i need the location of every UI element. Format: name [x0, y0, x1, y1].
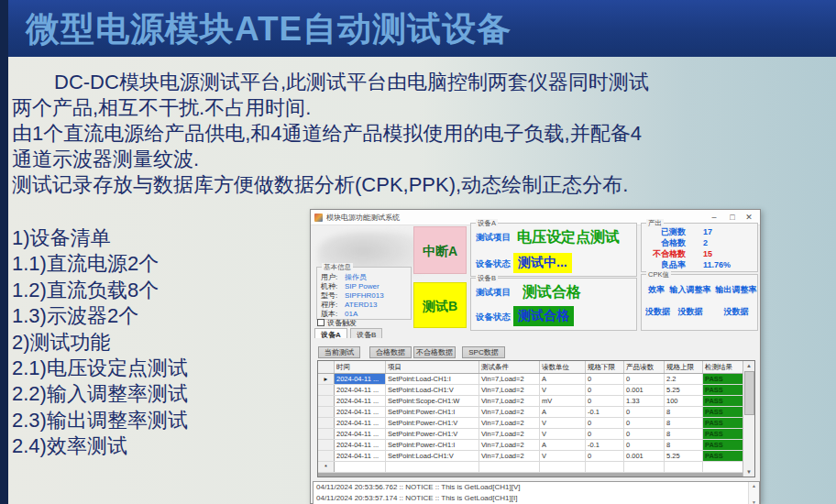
table-row[interactable]: 2024-04-11 ... SetPoint:Power-CH1:I Vin=…	[318, 407, 743, 418]
table-cell[interactable]: 0	[586, 385, 624, 395]
table-cell[interactable]: 0	[624, 407, 665, 417]
table-cell[interactable]: -0.1	[586, 440, 624, 450]
tab-device-a[interactable]: 设备A	[314, 328, 347, 338]
table-cell[interactable]: 0	[624, 374, 665, 384]
table-cell[interactable]: 2024-04-11 ...	[335, 451, 386, 461]
result-cell[interactable]: PASS	[703, 429, 743, 439]
table-cell[interactable]: 8	[665, 407, 703, 417]
table-cell[interactable]: 0	[586, 451, 624, 461]
table-cell[interactable]: Vin=7,Load=2	[479, 407, 540, 417]
table-cell[interactable]: Vin=7,Load=2	[479, 440, 540, 450]
table-cell[interactable]: Vin=7,Load=2	[479, 418, 540, 428]
table-cell[interactable]: 2024-04-11 ...	[335, 385, 386, 395]
result-cell[interactable]: PASS	[703, 374, 743, 384]
table-cell[interactable]: V	[540, 429, 586, 439]
table-row[interactable]: ▸ 2024-04-11 ... SetPoint:Load-CH1:I Vin…	[318, 374, 743, 385]
scroll-down-icon[interactable]: ▼	[743, 467, 754, 477]
table-cell[interactable]: 8	[665, 429, 703, 439]
table-cell[interactable]: SetPoint:Power-CH1:V	[386, 429, 479, 439]
current-test-button[interactable]: 当前测试	[318, 346, 360, 358]
table-cell[interactable]: SetPoint:Load-CH1:V	[386, 451, 479, 461]
table-cell[interactable]	[624, 462, 665, 472]
result-cell[interactable]: PASS	[703, 385, 743, 395]
table-cell[interactable]: -0.1	[586, 407, 624, 417]
table-cell[interactable]: Vin=7,Load=2	[479, 429, 540, 439]
table-row[interactable]: 2024-04-11 ... SetPoint:Scope-CH1:W Vin=…	[318, 396, 743, 407]
table-cell[interactable]: mV	[540, 396, 586, 406]
spinner-up-icon[interactable]: ▲	[749, 483, 759, 488]
column-header[interactable]: 测试条件	[479, 361, 540, 373]
table-cell[interactable]: Vin=7,Load=2	[479, 385, 540, 395]
column-header[interactable]: 规格下限	[586, 361, 624, 373]
table-cell[interactable]: 2024-04-11 ...	[335, 396, 386, 406]
column-header[interactable]: 检测结果	[703, 361, 743, 373]
table-cell[interactable]: 2024-04-11 ...	[335, 418, 386, 428]
minimize-button[interactable]: –	[707, 211, 721, 224]
table-cell[interactable]: 2024-04-11 ...	[335, 407, 386, 417]
table-cell[interactable]: 0.001	[624, 385, 665, 395]
scrollbar-thumb[interactable]	[744, 371, 754, 415]
table-cell[interactable]: 0	[624, 429, 665, 439]
table-cell[interactable]	[386, 462, 479, 472]
result-cell[interactable]: PASS	[703, 407, 743, 417]
column-header[interactable]: 规格上限	[665, 361, 703, 373]
column-header[interactable]: 读数单位	[540, 361, 586, 373]
table-cell[interactable]: 0.001	[624, 451, 665, 461]
table-cell[interactable]: 5.25	[665, 451, 703, 461]
fail-data-button[interactable]: 不合格数据	[413, 346, 456, 358]
scroll-up-icon[interactable]: ▲	[743, 361, 754, 370]
table-cell[interactable]: 0	[586, 418, 624, 428]
table-row[interactable]: 2024-04-11 ... SetPoint:Power-CH1:V Vin=…	[318, 418, 743, 429]
table-cell[interactable]: V	[540, 385, 586, 395]
table-cell[interactable]: 2024-04-11 ...	[335, 429, 386, 439]
table-cell[interactable]: SetPoint:Power-CH1:I	[386, 440, 479, 450]
table-cell[interactable]	[540, 462, 586, 472]
result-cell[interactable]: PASS	[703, 440, 743, 450]
table-cell[interactable]: Vin=7,Load=2	[479, 396, 540, 406]
pass-data-button[interactable]: 合格数据	[369, 346, 412, 358]
table-row[interactable]: 2024-04-11 ... SetPoint:Load-CH1:V Vin=7…	[318, 451, 743, 462]
table-new-row[interactable]: *	[318, 462, 743, 473]
table-cell[interactable]	[665, 462, 703, 472]
table-cell[interactable]: Vin=7,Load=2	[479, 374, 540, 384]
table-row[interactable]: 2024-04-11 ... SetPoint:Load-CH1:V Vin=7…	[318, 385, 743, 396]
spc-data-button[interactable]: SPC数据	[462, 346, 505, 358]
interrupt-a-button[interactable]: 中断A	[413, 226, 467, 274]
result-cell[interactable]: PASS	[703, 418, 743, 428]
table-cell[interactable]	[586, 462, 624, 472]
table-cell[interactable]: SetPoint:Scope-CH1:W	[386, 396, 479, 406]
table-cell[interactable]: 0	[586, 429, 624, 439]
table-cell[interactable]: 2024-04-11 ...	[335, 440, 386, 450]
table-cell[interactable]	[479, 462, 540, 472]
table-cell[interactable]: A	[540, 440, 586, 450]
table-row[interactable]: 2024-04-11 ... SetPoint:Power-CH1:I Vin=…	[318, 440, 743, 451]
table-cell[interactable]: V	[540, 418, 586, 428]
log-scrollbar[interactable]: ▲ ▼	[748, 482, 759, 504]
table-cell[interactable]: 2.2	[665, 374, 703, 384]
spinner-down-icon[interactable]: ▼	[749, 499, 759, 504]
table-cell[interactable]: 0	[586, 396, 624, 406]
column-header[interactable]: 时间	[335, 361, 386, 373]
table-cell[interactable]: 0	[624, 418, 665, 428]
test-b-button[interactable]: 测试B	[413, 282, 467, 328]
table-cell[interactable]: 0	[624, 440, 665, 450]
device-trigger-checkbox[interactable]: 设备触发	[317, 319, 357, 328]
result-cell[interactable]: PASS	[703, 396, 743, 406]
table-cell[interactable]: 8	[665, 418, 703, 428]
table-cell[interactable]: 0	[586, 374, 624, 384]
table-cell[interactable]: 100	[665, 396, 703, 406]
table-cell[interactable]: SetPoint:Power-CH1:V	[386, 418, 479, 428]
column-header[interactable]: 项目	[386, 361, 479, 373]
table-cell[interactable]: SetPoint:Load-CH1:V	[386, 385, 479, 395]
table-row[interactable]: 2024-04-11 ... SetPoint:Power-CH1:V Vin=…	[318, 429, 743, 440]
table-cell[interactable]: A	[540, 407, 586, 417]
result-cell[interactable]: PASS	[703, 451, 743, 461]
column-header[interactable]: 产品读数	[624, 361, 665, 373]
table-cell[interactable]	[703, 462, 743, 472]
table-cell[interactable]: SetPoint:Load-CH1:I	[386, 374, 479, 384]
table-cell[interactable]: 2024-04-11 ...	[335, 374, 386, 384]
table-cell[interactable]: 1.33	[624, 396, 665, 406]
table-cell[interactable]: SetPoint:Power-CH1:I	[386, 407, 479, 417]
checkbox-icon[interactable]	[317, 319, 324, 326]
table-cell[interactable]: 8	[665, 440, 703, 450]
